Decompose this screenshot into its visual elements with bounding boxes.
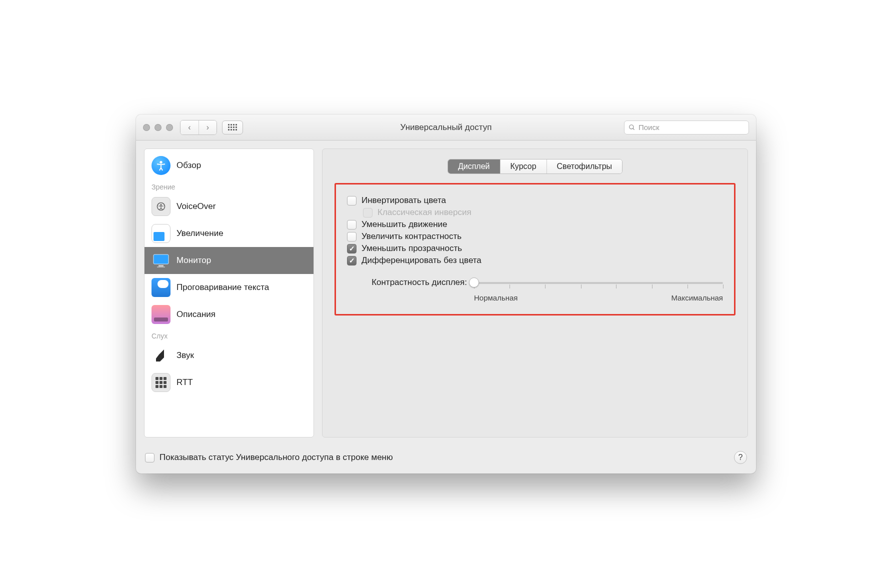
sidebar-item-label: Звук	[176, 350, 194, 360]
option-label: Уменьшить движение	[362, 220, 448, 230]
close-icon[interactable]	[143, 124, 150, 131]
sidebar-item-zoom[interactable]: Увеличение	[144, 220, 314, 247]
grid-icon	[228, 124, 237, 130]
slider-max-label: Максимальная	[671, 294, 723, 302]
nav-segmented: ‹ ›	[180, 120, 217, 135]
main-panel: Дисплей Курсор Светофильтры Инвертироват…	[322, 148, 748, 438]
monitor-icon	[152, 251, 170, 270]
sidebar-item-label: Проговаривание текста	[176, 282, 269, 292]
sidebar-item-audio[interactable]: Звук	[144, 342, 314, 369]
sidebar-item-label: VoiceOver	[176, 202, 216, 212]
show-all-button[interactable]	[222, 120, 243, 134]
tab-display[interactable]: Дисплей	[448, 160, 500, 174]
sidebar-section-hearing: Слух	[144, 328, 314, 342]
svg-point-4	[160, 204, 162, 206]
svg-rect-5	[154, 254, 168, 264]
checkbox-increase-contrast[interactable]	[347, 232, 356, 242]
sidebar: Обзор Зрение VoiceOver Увеличение Монито…	[144, 148, 314, 438]
sidebar-item-label: Увеличение	[176, 228, 224, 238]
checkbox-differentiate[interactable]	[347, 256, 356, 266]
option-differentiate-without-color[interactable]: Дифференцировать без цвета	[347, 256, 723, 266]
option-classic-inversion: Классическая инверсия	[363, 208, 723, 218]
svg-point-0	[630, 124, 634, 128]
option-increase-contrast[interactable]: Увеличить контрастность	[347, 232, 723, 242]
speaker-icon	[152, 346, 170, 365]
titlebar: ‹ › Универсальный доступ	[136, 114, 756, 140]
sidebar-item-overview[interactable]: Обзор	[144, 152, 314, 179]
sidebar-item-rtt[interactable]: RTT	[144, 369, 314, 396]
tab-cursor[interactable]: Курсор	[500, 160, 546, 174]
forward-button[interactable]: ›	[198, 120, 216, 134]
option-reduce-transparency[interactable]: Уменьшить прозрачность	[347, 244, 723, 254]
sidebar-item-display[interactable]: Монитор	[144, 247, 314, 274]
option-label: Инвертировать цвета	[362, 196, 446, 206]
help-button[interactable]: ?	[734, 451, 747, 464]
slider-min-label: Нормальная	[474, 294, 518, 302]
accessibility-icon	[152, 156, 170, 175]
highlighted-region: Инвертировать цвета Классическая инверси…	[334, 183, 736, 316]
option-reduce-motion[interactable]: Уменьшить движение	[347, 220, 723, 230]
minimize-icon[interactable]	[154, 124, 162, 131]
rtt-icon	[152, 373, 170, 392]
preferences-window: ‹ › Универсальный доступ Обзор	[136, 114, 756, 474]
checkbox-invert-colors[interactable]	[347, 196, 356, 206]
search-input[interactable]	[638, 123, 744, 132]
zoom-window-icon	[152, 224, 170, 243]
option-label: Показывать статус Универсального доступа…	[160, 452, 393, 462]
descriptions-icon	[152, 305, 170, 324]
option-label: Классическая инверсия	[378, 208, 472, 218]
checkbox-reduce-transparency[interactable]	[347, 244, 356, 254]
sidebar-item-label: Обзор	[176, 160, 201, 170]
sidebar-item-label: Описания	[176, 310, 216, 320]
slider-knob[interactable]	[469, 278, 479, 288]
checkbox-show-status[interactable]	[145, 453, 154, 462]
contrast-slider-row: Контрастность дисплея:	[347, 278, 723, 302]
option-label: Увеличить контрастность	[362, 232, 462, 242]
slider-label: Контрастность дисплея:	[347, 278, 467, 288]
svg-rect-6	[158, 265, 164, 266]
sidebar-section-vision: Зрение	[144, 179, 314, 193]
window-controls	[143, 124, 173, 131]
sidebar-item-descriptions[interactable]: Описания	[144, 301, 314, 328]
search-field[interactable]	[624, 120, 749, 134]
checkbox-reduce-motion[interactable]	[347, 220, 356, 230]
checkbox-classic-inversion	[363, 208, 372, 218]
sidebar-item-label: Монитор	[176, 256, 211, 266]
sidebar-item-voiceover[interactable]: VoiceOver	[144, 193, 314, 220]
sidebar-item-label: RTT	[176, 378, 193, 388]
svg-point-2	[160, 161, 162, 164]
option-label: Уменьшить прозрачность	[362, 244, 462, 254]
zoom-icon[interactable]	[166, 124, 173, 131]
speech-icon	[152, 278, 170, 297]
back-button[interactable]: ‹	[180, 120, 198, 134]
contrast-slider[interactable]	[474, 278, 723, 288]
voiceover-icon	[152, 197, 170, 216]
footer: Показывать статус Универсального доступа…	[136, 446, 756, 474]
sidebar-item-speech[interactable]: Проговаривание текста	[144, 274, 314, 301]
svg-line-1	[633, 128, 634, 130]
tab-bar: Дисплей Курсор Светофильтры	[334, 159, 736, 174]
option-invert-colors[interactable]: Инвертировать цвета	[347, 196, 723, 206]
search-icon	[628, 124, 636, 131]
option-label: Дифференцировать без цвета	[362, 256, 482, 266]
tab-color-filters[interactable]: Светофильтры	[546, 160, 622, 174]
svg-rect-7	[157, 266, 165, 268]
option-show-menu-bar-status[interactable]: Показывать статус Универсального доступа…	[145, 452, 393, 462]
